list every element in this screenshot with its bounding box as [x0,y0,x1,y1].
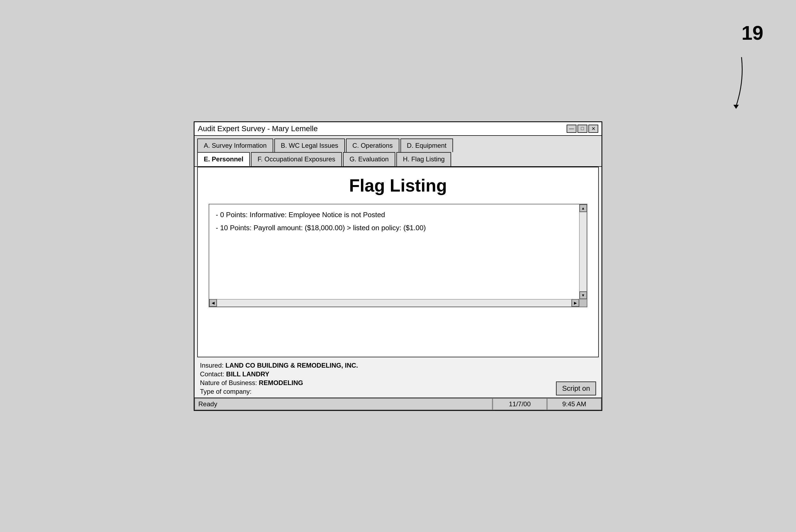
contact-value: BILL LANDRY [226,370,269,378]
main-window: Audit Expert Survey - Mary Lemelle — □ ✕… [194,121,602,411]
tabs-wrapper: A. Survey Information B. WC Legal Issues… [195,136,601,167]
tab-h[interactable]: H. Flag Listing [396,152,451,166]
insured-line: Insured: LAND CO BUILDING & REMODELING, … [200,362,596,369]
insured-label: Insured: [200,362,224,369]
tab-b[interactable]: B. WC Legal Issues [274,138,345,152]
scroll-left-button[interactable]: ◀ [209,299,217,307]
nature-line: Nature of Business: REMODELING [200,379,596,387]
script-on-button[interactable]: Script on [556,381,596,395]
restore-button[interactable]: □ [578,125,587,133]
status-ready: Ready [195,398,492,410]
scrollbar-corner [579,299,587,307]
scroll-right-button[interactable]: ▶ [572,299,579,307]
tabs-row2: E. Personnel F. Occupational Exposures G… [195,152,601,166]
tab-e[interactable]: E. Personnel [197,152,250,166]
page-number: 19 [742,22,763,44]
tab-g[interactable]: G. Evaluation [343,152,395,166]
flag-item-1: - 10 Points: Payroll amount: ($18,000.00… [216,223,580,233]
tabs-row1: A. Survey Information B. WC Legal Issues… [195,136,601,152]
scroll-track-v[interactable] [579,212,587,291]
scrollbar-vertical[interactable]: ▲ ▼ [579,204,587,299]
insured-value: LAND CO BUILDING & REMODELING, INC. [225,362,358,369]
scrollbar-horizontal[interactable]: ◀ ▶ [209,299,579,307]
tab-a[interactable]: A. Survey Information [197,138,273,152]
type-line: Type of company: [200,388,596,395]
title-bar: Audit Expert Survey - Mary Lemelle — □ ✕ [195,122,601,136]
flag-item-0: - 0 Points: Informative: Employee Notice… [216,210,580,220]
page-title: Flag Listing [209,175,587,196]
flag-list-inner: - 0 Points: Informative: Employee Notice… [209,204,587,307]
tab-c[interactable]: C. Operations [346,138,399,152]
minimize-button[interactable]: — [567,125,576,133]
scroll-down-button[interactable]: ▼ [579,291,587,299]
close-button[interactable]: ✕ [589,125,598,133]
content-area: Flag Listing - 0 Points: Informative: Em… [197,167,599,357]
status-bar: Ready 11/7/00 9:45 AM [195,398,601,410]
info-section: Insured: LAND CO BUILDING & REMODELING, … [195,357,601,398]
contact-label: Contact: [200,370,224,378]
status-date: 11/7/00 [492,398,547,410]
arrow-annotation [725,54,747,109]
nature-value: REMODELING [259,379,303,386]
scroll-up-button[interactable]: ▲ [579,204,587,212]
tab-d[interactable]: D. Equipment [400,138,453,152]
flag-list-container: - 0 Points: Informative: Employee Notice… [209,204,587,307]
contact-line: Contact: BILL LANDRY [200,370,596,378]
status-time: 9:45 AM [547,398,601,410]
window-controls: — □ ✕ [567,125,598,133]
window-title: Audit Expert Survey - Mary Lemelle [198,125,318,133]
scroll-track-h[interactable] [217,299,572,307]
nature-label: Nature of Business: [200,379,257,386]
tab-f[interactable]: F. Occupational Exposures [251,152,342,166]
type-label: Type of company: [200,388,251,395]
svg-marker-0 [733,105,739,109]
